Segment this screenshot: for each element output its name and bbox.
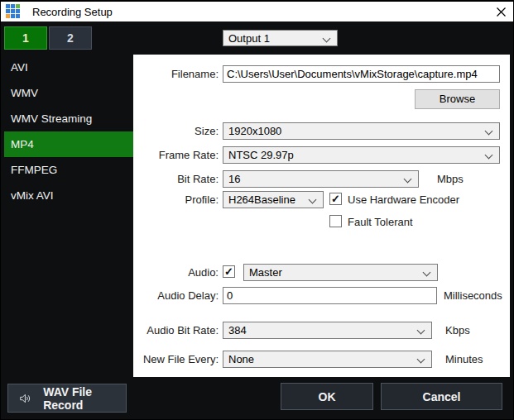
audio-checkbox[interactable]: ✓ <box>223 265 235 278</box>
fault-tolerant-checkbox[interactable] <box>329 215 342 227</box>
wav-file-record-label: WAV File Record <box>43 385 126 412</box>
browse-button[interactable]: Browse <box>415 89 500 109</box>
chevron-down-icon <box>417 356 425 364</box>
size-select-value: 1920x1080 <box>228 125 281 137</box>
cancel-button[interactable]: Cancel <box>381 383 502 410</box>
vmix-logo-icon <box>6 4 22 20</box>
new-file-every-unit: Minutes <box>445 351 483 368</box>
format-sidebar: AVI WMV WMV Streaming MP4 FFMPEG vMix AV… <box>1 55 133 208</box>
use-hardware-encoder-label: Use Hardware Encoder <box>348 191 459 208</box>
new-file-every-select[interactable]: None <box>223 351 432 368</box>
fault-tolerant-label: Fault Tolerant <box>348 213 413 231</box>
audio-delay-input[interactable] <box>223 287 437 304</box>
bit-rate-select[interactable]: 16 <box>223 170 419 188</box>
filename-label: Filename: <box>133 65 219 83</box>
chevron-down-icon <box>309 196 317 204</box>
chevron-down-icon <box>423 269 431 277</box>
profile-label: Profile: <box>133 191 219 208</box>
frame-rate-select-value: NTSC 29.97p <box>228 149 294 161</box>
audio-source-select-value: Master <box>249 266 282 279</box>
titlebar: Recording Setup <box>1 1 514 21</box>
output-select-value: Output 1 <box>228 32 270 45</box>
audio-delay-label: Audio Delay: <box>133 287 219 304</box>
sidebar-item-wmv[interactable]: WMV <box>1 80 133 106</box>
sidebar-item-vmix-avi[interactable]: vMix AVI <box>1 183 133 208</box>
frame-rate-label: Frame Rate: <box>133 146 219 164</box>
sidebar-item-wmv-streaming[interactable]: WMV Streaming <box>1 106 133 131</box>
use-hardware-encoder-checkbox[interactable]: ✓ <box>329 193 342 205</box>
bit-rate-select-value: 16 <box>228 173 240 185</box>
audio-label: Audio: <box>133 264 219 281</box>
settings-panel: Filename: Browse Size: 1920x1080 Frame R… <box>133 55 510 377</box>
recording-setup-window: Recording Setup 1 2 Output 1 AVI WMV WMV… <box>0 0 514 420</box>
output-select[interactable]: Output 1 <box>223 30 338 46</box>
filename-input[interactable] <box>223 65 500 83</box>
new-file-every-label: New File Every: <box>133 351 219 368</box>
speaker-icon <box>18 391 31 406</box>
sidebar-item-ffmpeg[interactable]: FFMPEG <box>1 157 133 183</box>
tab-recorder-1[interactable]: 1 <box>4 26 47 50</box>
chevron-down-icon <box>485 127 493 136</box>
audio-source-select[interactable]: Master <box>243 264 438 281</box>
ok-button[interactable]: OK <box>281 383 373 410</box>
sidebar-item-mp4[interactable]: MP4 <box>4 131 133 157</box>
profile-select[interactable]: H264Baseline <box>223 191 324 208</box>
window-title: Recording Setup <box>32 2 113 22</box>
wav-file-record-button[interactable]: WAV File Record <box>7 384 127 413</box>
size-select[interactable]: 1920x1080 <box>223 122 500 140</box>
new-file-every-select-value: None <box>228 353 254 365</box>
sidebar-item-avi[interactable]: AVI <box>1 55 133 80</box>
chevron-down-icon <box>323 35 331 43</box>
profile-select-value: H264Baseline <box>228 193 295 206</box>
tab-recorder-2[interactable]: 2 <box>49 26 92 50</box>
bit-rate-unit: Mbps <box>437 170 464 188</box>
audio-bit-rate-label: Audio Bit Rate: <box>133 322 219 339</box>
chevron-down-icon <box>485 151 493 160</box>
chevron-down-icon <box>417 327 425 335</box>
chevron-down-icon <box>404 175 412 184</box>
bit-rate-label: Bit Rate: <box>133 170 219 188</box>
audio-bit-rate-unit: Kbps <box>445 322 470 339</box>
size-label: Size: <box>133 122 219 140</box>
audio-bit-rate-select[interactable]: 384 <box>223 322 432 339</box>
audio-delay-unit: Milliseconds <box>444 287 502 304</box>
frame-rate-select[interactable]: NTSC 29.97p <box>223 146 500 164</box>
audio-bit-rate-select-value: 384 <box>228 324 247 336</box>
close-button[interactable] <box>487 2 514 22</box>
close-icon <box>496 7 507 17</box>
